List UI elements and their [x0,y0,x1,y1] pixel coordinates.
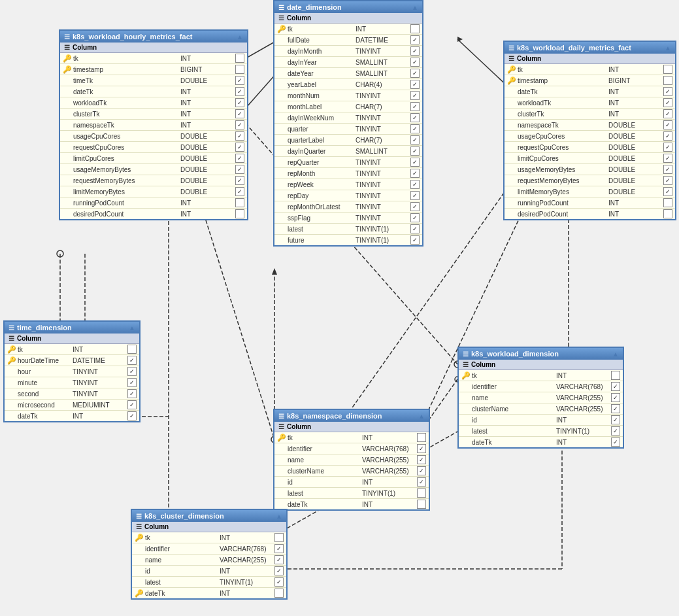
col-type: CHAR(4) [356,81,408,88]
col-name: minute [18,379,73,386]
col-name: tk [518,66,608,73]
col-type: INT [220,590,272,597]
table-title-workload-dim: k8s_workload_dimension [471,350,610,358]
table-header-time[interactable]: ☰ time_dimension ▲ [5,322,139,334]
scroll-up-arrow[interactable]: ▲ [273,513,282,520]
col-name: name [288,456,362,464]
col-type: INT [73,346,125,353]
table-title-cluster-dim: k8s_cluster_dimension [144,512,273,520]
col-type: VARCHAR(255) [556,405,608,413]
col-type: DOUBLE [180,166,233,173]
col-name: dayInYear [288,59,356,66]
col-name: tk [288,26,356,33]
scroll-up-arrow[interactable]: ▲ [234,33,243,41]
svg-line-7 [457,39,510,88]
col-type: DOUBLE [180,188,233,196]
col-type: DOUBLE [608,188,661,196]
col-check [663,143,672,152]
table-row: dayInQuarter SMALLINT [274,146,422,157]
col-check [127,400,137,409]
scroll-up-arrow[interactable]: ▲ [126,324,135,332]
col-name: tk [472,372,556,379]
col-name: repDay [288,192,356,199]
table-row: dateYear SMALLINT [274,68,422,79]
col-check [235,65,244,74]
table-row: monthNum TINYINT [274,90,422,101]
col-type: INT [220,534,272,541]
table-row: latest TINYINT(1) [274,224,422,235]
col-check [663,98,672,107]
col-name: dateTk [18,413,73,420]
col-type: INT [180,199,233,207]
table-row: 🔑 tk INT [5,344,139,355]
table-header-k8s-daily[interactable]: ☰ k8s_workload_daily_metrics_fact ▲ [505,42,675,54]
col-check [611,437,620,447]
col-type: INT [180,55,233,62]
table-header-workload-dim[interactable]: ☰ k8s_workload_dimension ▲ [459,348,623,360]
col-name: desiredPodCount [73,211,180,218]
col-type: INT [73,413,125,420]
col-name: namespaceTk [518,122,608,129]
scroll-up-arrow[interactable]: ▲ [409,4,418,11]
table-row: 🔑 tk INT [274,24,422,35]
table-header-cluster-dim[interactable]: ☰ k8s_cluster_dimension ▲ [132,510,286,522]
col-check [127,367,137,376]
table-header-k8s-hourly[interactable]: ☰ k8s_workload_hourly_metrics_fact ▲ [60,31,247,43]
col-check [410,58,420,67]
table-row: timeTk DOUBLE [60,75,247,86]
table-row: requestCpuCores DOUBLE [505,142,675,153]
col-name: dateYear [288,70,356,77]
diagram-canvas: ☰ date_dimension ▲ ☰ Column 🔑 tk INT ful… [0,0,679,616]
table-row: id INT [459,415,623,426]
table-row: repWeek TINYINT [274,179,422,190]
col-type: DOUBLE [180,77,233,84]
col-check [127,356,137,365]
table-row: id INT [274,477,429,488]
table-row: 🔑 tk INT [60,53,247,64]
col-name: requestMemoryBytes [518,177,608,184]
subheader-icon: ☰ [8,335,14,342]
col-type: BIGINT [180,66,233,73]
col-name: requestCpuCores [518,144,608,151]
col-check [663,109,672,118]
db-header-icon: ☰ [508,44,514,52]
col-name: latest [288,490,362,497]
table-header-namespace-dim[interactable]: ☰ k8s_namespace_dimension ▲ [274,410,429,422]
table-title-date-dimension: date_dimension [287,3,409,11]
col-type: INT [608,111,661,118]
scroll-up-arrow[interactable]: ▲ [416,413,425,420]
col-name: workloadTk [518,99,608,107]
col-name: timestamp [518,77,608,84]
table-row: usageMemoryBytes DOUBLE [60,164,247,175]
col-check [235,165,244,174]
col-check [663,187,672,196]
col-name: identifier [145,545,220,553]
col-name: latest [145,579,220,586]
scroll-up-arrow[interactable]: ▲ [610,351,619,358]
col-check [235,154,244,163]
col-type: TINYINT [356,48,408,55]
col-type: CHAR(7) [356,137,408,144]
col-name: repQuarter [288,159,356,166]
table-row: 🔑 hourDateTime DATETIME [5,355,139,366]
subheader-workload-dim: ☰ Column [459,360,623,370]
col-type: INT [608,88,661,95]
col-type: DOUBLE [608,122,661,129]
col-check [410,35,420,44]
col-type: TINYINT(1) [556,428,608,435]
col-name: yearLabel [288,81,356,88]
col-type: INT [556,372,608,379]
key-icon: 🔑 [135,534,144,542]
col-name: dateTk [472,439,556,446]
col-name: usageMemoryBytes [73,166,180,173]
col-check [274,544,284,553]
table-header-date-dimension[interactable]: ☰ date_dimension ▲ [274,1,422,13]
col-type: INT [608,211,661,218]
col-name: limitCpuCores [518,155,608,162]
col-name: repMonth [288,170,356,177]
scroll-up-arrow[interactable]: ▲ [662,44,671,52]
table-row: 🔑 timestamp BIGINT [60,64,247,75]
col-name: monthLabel [288,103,356,111]
col-name: identifier [288,445,362,453]
col-check [127,411,137,420]
